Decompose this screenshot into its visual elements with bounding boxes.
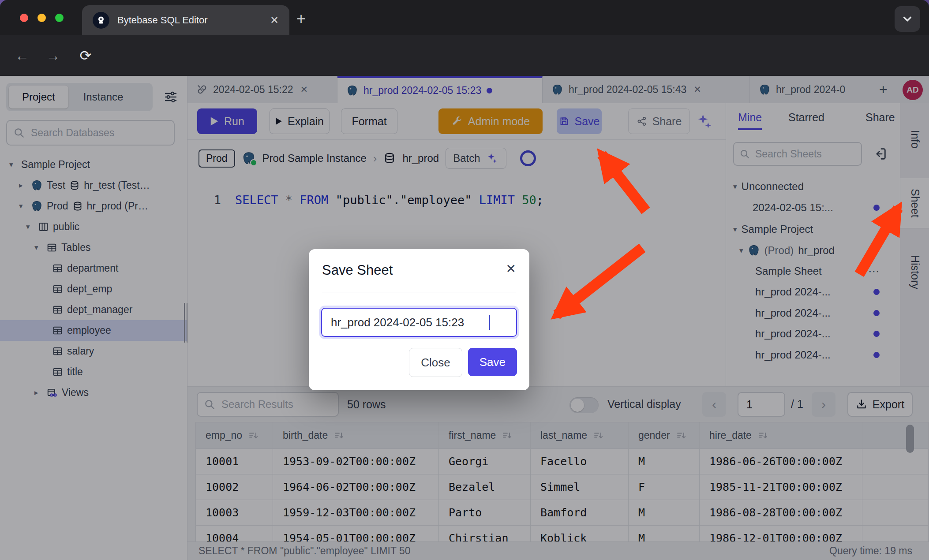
ai-sparkle-icon[interactable] <box>696 113 713 131</box>
rail-tab-sheet[interactable]: Sheet <box>900 178 929 228</box>
table-scrollbar[interactable] <box>906 425 914 453</box>
column-header[interactable]: emp_no <box>196 422 273 449</box>
column-header[interactable]: hire_date <box>700 422 862 449</box>
sheet-connection-hr-prod[interactable]: ▾ (Prod) hr_prod <box>726 240 900 261</box>
tree-item-views[interactable]: ▸ Views <box>0 382 187 403</box>
sheet-name-input[interactable] <box>330 315 491 330</box>
format-button[interactable]: Format <box>341 108 397 134</box>
tree-item-dept-manager[interactable]: dept_manager <box>0 299 187 320</box>
back-button[interactable]: ← <box>8 48 36 64</box>
tree-item-title[interactable]: title <box>0 362 187 382</box>
dialog-close-icon[interactable]: ✕ <box>506 261 516 276</box>
sort-icon[interactable] <box>676 430 687 441</box>
forward-button[interactable]: → <box>39 48 67 64</box>
tree-item-sample-project[interactable]: ▾ Sample Project <box>0 154 187 175</box>
tab-instance[interactable]: Instance <box>72 91 135 103</box>
tab-search-button[interactable] <box>895 6 920 32</box>
chevron-down-icon[interactable]: ▾ <box>34 243 42 252</box>
tree-item-hr-test[interactable]: ▸ Test hr_test (Test… <box>0 175 187 196</box>
editor-tab-1[interactable]: 2024-02-05 15:22 ✕ <box>187 76 337 103</box>
share-button[interactable]: Share <box>628 108 690 134</box>
sheet-search[interactable] <box>733 142 862 166</box>
database-name[interactable]: hr_prod <box>402 152 439 164</box>
tab-project[interactable]: Project <box>9 86 68 108</box>
tab-share[interactable]: Share <box>865 111 895 124</box>
database-search[interactable] <box>6 120 175 146</box>
table-row[interactable]: 100031959-12-03T00:00:00ZPartoBamfordM19… <box>196 500 928 526</box>
chevron-right-icon[interactable]: ▸ <box>34 388 42 397</box>
column-header[interactable]: birth_date <box>273 422 439 449</box>
close-tab-icon[interactable]: ✕ <box>693 84 701 95</box>
sheet-item-3[interactable]: hr_prod 2024-... <box>726 323 900 344</box>
editor-tab-2-active[interactable]: hr_prod 2024-02-05 15:23 <box>337 76 543 103</box>
chevron-down-icon[interactable]: ▾ <box>19 202 27 211</box>
editor-tab-3[interactable]: hr_prod 2024-02-05 15:43 ✕ <box>543 76 750 103</box>
chevron-down-icon[interactable]: ▾ <box>733 182 737 191</box>
tree-item-hr-prod[interactable]: ▾ Prod hr_prod (Pr… <box>0 196 187 217</box>
sort-icon[interactable] <box>502 430 513 441</box>
dialog-close-button[interactable]: Close <box>409 348 462 377</box>
save-sheet-button[interactable]: Save <box>557 108 602 134</box>
table-row[interactable]: 100021964-06-02T00:00:00ZBezalelSimmelF1… <box>196 474 928 500</box>
sheet-group-sample-project[interactable]: ▾ Sample Project <box>726 219 900 240</box>
new-sheet-tab-button[interactable]: + <box>872 76 895 103</box>
rail-tab-info[interactable]: Info <box>900 116 929 163</box>
database-search-input[interactable] <box>30 127 168 139</box>
editor-tab-4[interactable]: hr_prod 2024-0 <box>750 76 872 103</box>
tree-item-employee[interactable]: employee <box>0 320 187 341</box>
prev-page-button[interactable]: ‹ <box>702 392 726 417</box>
column-header[interactable]: gender <box>629 422 700 449</box>
more-actions-icon[interactable]: ⋯ <box>868 265 880 278</box>
sheet-item-sample-sheet[interactable]: Sample Sheet ⋯ <box>726 261 900 282</box>
new-tab-button[interactable]: + <box>296 10 306 28</box>
sheet-item-1[interactable]: hr_prod 2024-... <box>726 281 900 302</box>
window-close-button[interactable] <box>20 14 28 22</box>
tree-item-tables[interactable]: ▾ Tables <box>0 237 187 258</box>
chevron-down-icon[interactable]: ▾ <box>733 225 737 234</box>
page-number-input[interactable] <box>738 392 785 417</box>
next-page-button[interactable]: › <box>812 392 835 417</box>
rail-tab-history[interactable]: History <box>900 237 929 307</box>
results-search-input[interactable] <box>221 398 332 411</box>
results-search[interactable] <box>197 392 339 417</box>
reload-button[interactable]: ⟳ <box>71 47 100 64</box>
sort-icon[interactable] <box>758 430 768 441</box>
sort-icon[interactable] <box>248 430 259 441</box>
table-row[interactable]: 100041954-05-01T00:00:00ZChirstianKoblic… <box>196 526 928 541</box>
chevron-down-icon[interactable]: ▾ <box>26 222 34 231</box>
window-zoom-button[interactable] <box>55 14 64 22</box>
tree-item-dept-emp[interactable]: dept_emp <box>0 279 187 299</box>
batch-button[interactable]: Batch <box>446 148 506 169</box>
table-row[interactable]: 100011953-09-02T00:00:00ZGeorgiFacelloM1… <box>196 449 928 474</box>
column-header[interactable]: first_name <box>439 422 531 449</box>
close-tab-icon[interactable]: ✕ <box>300 84 308 95</box>
window-minimize-button[interactable] <box>37 14 46 22</box>
user-avatar[interactable]: AD <box>903 80 923 100</box>
tab-starred[interactable]: Starred <box>788 111 824 124</box>
ai-assistant-icon[interactable] <box>520 150 536 166</box>
column-header[interactable]: last_name <box>531 422 629 449</box>
sheet-item-4[interactable]: hr_prod 2024-... <box>726 344 900 366</box>
chevron-down-icon[interactable]: ▾ <box>9 160 17 169</box>
sort-icon[interactable] <box>334 430 345 441</box>
sort-icon[interactable] <box>593 430 604 441</box>
sheet-group-unconnected[interactable]: ▾ Unconnected <box>726 176 900 197</box>
explain-button[interactable]: Explain <box>270 108 330 134</box>
dialog-save-button[interactable]: Save <box>468 348 517 376</box>
chevron-down-icon[interactable]: ▾ <box>739 246 743 255</box>
tree-item-salary[interactable]: salary <box>0 341 187 362</box>
environment-chip[interactable]: Prod <box>199 149 235 168</box>
browser-tab-close-icon[interactable]: ✕ <box>270 14 279 26</box>
sheet-item-2[interactable]: hr_prod 2024-... <box>726 302 900 324</box>
admin-mode-button[interactable]: Admin mode <box>438 108 543 134</box>
sheet-search-input[interactable] <box>754 148 856 161</box>
chevron-right-icon[interactable]: ▸ <box>19 181 27 190</box>
filter-settings-icon[interactable] <box>163 90 178 104</box>
run-button[interactable]: Run <box>197 108 257 134</box>
tab-mine[interactable]: Mine <box>738 111 762 130</box>
sheet-item-unconnected[interactable]: 2024-02-05 15:... <box>726 197 900 218</box>
vertical-display-toggle[interactable] <box>569 397 599 413</box>
tree-item-public[interactable]: ▾ public <box>0 217 187 237</box>
dock-panel-icon[interactable] <box>873 146 888 161</box>
browser-tab[interactable]: Bytebase SQL Editor ✕ <box>82 5 289 35</box>
